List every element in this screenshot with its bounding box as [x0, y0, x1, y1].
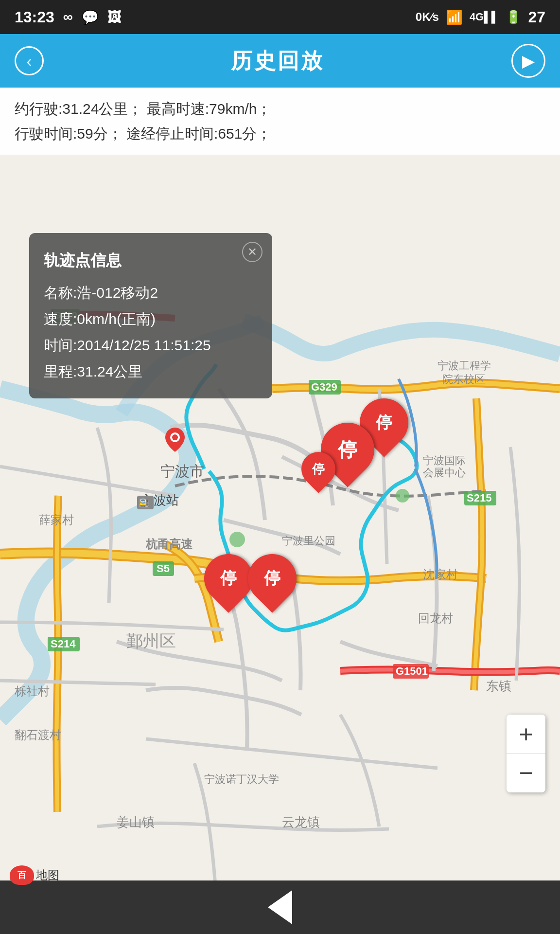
svg-text:东镇: 东镇 — [486, 679, 511, 693]
current-position-marker[interactable] — [165, 428, 185, 454]
loop-icon: ∞ — [63, 9, 73, 25]
wifi-icon: 📶 — [446, 9, 463, 25]
svg-text:院东校区: 院东校区 — [442, 373, 485, 385]
close-icon: ✕ — [247, 241, 257, 262]
svg-text:G329: G329 — [311, 381, 337, 393]
svg-point-40 — [172, 434, 178, 440]
info-line1: 约行驶:31.24公里； 最高时速:79km/h； — [15, 96, 545, 121]
baidu-text: 地图 — [36, 867, 59, 883]
svg-text:姜山镇: 姜山镇 — [117, 815, 155, 829]
message-icon: 💬 — [82, 9, 99, 25]
stop-marker-5[interactable]: 停 — [248, 554, 297, 603]
svg-text:翻石渡村: 翻石渡村 — [15, 728, 61, 741]
signal-icon: 4G▌▌ — [470, 11, 499, 23]
svg-text:会展中心: 会展中心 — [423, 467, 466, 479]
stop-marker-4[interactable]: 停 — [204, 554, 253, 603]
svg-text:S215: S215 — [467, 492, 491, 504]
popup-speed: 速度:0km/h(正南) — [44, 306, 258, 332]
svg-text:宁波市: 宁波市 — [160, 463, 204, 479]
back-icon: ‹ — [26, 52, 32, 71]
stop-label-5: 停 — [264, 567, 280, 590]
baidu-logo: 百 地图 — [10, 865, 59, 885]
zoom-in-button[interactable]: + — [507, 715, 545, 754]
battery-icon: 🔋 — [506, 10, 521, 25]
svg-text:薛家村: 薛家村 — [39, 513, 74, 526]
svg-text:宁波工程学: 宁波工程学 — [438, 359, 491, 372]
time-display: 13:23 — [15, 8, 54, 26]
stop-label-3: 停 — [312, 461, 325, 478]
image-icon: 🖼 — [107, 9, 121, 25]
status-bar: 13:23 ∞ 💬 🖼 0K⁄s 📶 4G▌▌ 🔋 27 — [0, 0, 560, 34]
svg-text:🚉: 🚉 — [139, 497, 150, 508]
popup-name: 名称:浩-012移动2 — [44, 280, 258, 306]
stop-marker-3[interactable]: 停 — [301, 452, 335, 486]
stop-label-2: 停 — [338, 436, 357, 463]
svg-text:宁波里公园: 宁波里公园 — [282, 535, 335, 547]
info-line2: 行驶时间:59分； 途经停止时间:651分； — [15, 121, 545, 146]
popup-close-button[interactable]: ✕ — [242, 242, 262, 262]
page-title: 历史回放 — [231, 47, 324, 75]
svg-text:S5: S5 — [157, 562, 170, 575]
svg-text:沈家村: 沈家村 — [423, 568, 458, 581]
battery-percent: 27 — [528, 8, 545, 26]
bottom-nav — [0, 880, 560, 934]
svg-text:栎社村: 栎社村 — [14, 684, 50, 698]
track-info-popup: ✕ 轨迹点信息 名称:浩-012移动2 速度:0km/h(正南) 时间:2014… — [29, 233, 272, 398]
baidu-paw-icon: 百 — [10, 865, 34, 885]
svg-text:宁波国际: 宁波国际 — [423, 454, 466, 467]
svg-text:宁波诺丁汉大学: 宁波诺丁汉大学 — [204, 773, 279, 785]
stop-label-4: 停 — [220, 567, 237, 590]
popup-mileage: 里程:31.24公里 — [44, 359, 258, 385]
svg-text:杭甬高速: 杭甬高速 — [145, 538, 193, 551]
play-icon: ▶ — [522, 51, 535, 71]
system-back-button[interactable] — [268, 890, 292, 924]
svg-text:鄞州区: 鄞州区 — [126, 631, 176, 650]
data-speed: 0K⁄s — [416, 10, 439, 24]
play-button[interactable]: ▶ — [511, 44, 545, 78]
svg-text:G1501: G1501 — [396, 665, 428, 677]
map-area: 杭甬高速 S5 S5 S1 S215 S214 G329 G310 G1501 … — [0, 155, 560, 899]
info-bar: 约行驶:31.24公里； 最高时速:79km/h； 行驶时间:59分； 途经停止… — [0, 88, 560, 155]
stop-label-1: 停 — [376, 412, 392, 434]
back-button[interactable]: ‹ — [15, 46, 44, 75]
svg-text:回龙村: 回龙村 — [418, 611, 453, 625]
zoom-out-button[interactable]: − — [507, 754, 545, 792]
popup-time: 时间:2014/12/25 11:51:25 — [44, 332, 258, 359]
svg-point-37 — [396, 489, 409, 503]
zoom-controls: + − — [507, 715, 545, 792]
nav-bar: ‹ 历史回放 ▶ — [0, 34, 560, 88]
svg-point-36 — [229, 532, 245, 547]
svg-text:S214: S214 — [51, 638, 76, 650]
svg-text:云龙镇: 云龙镇 — [282, 815, 320, 829]
popup-title: 轨迹点信息 — [44, 247, 258, 275]
